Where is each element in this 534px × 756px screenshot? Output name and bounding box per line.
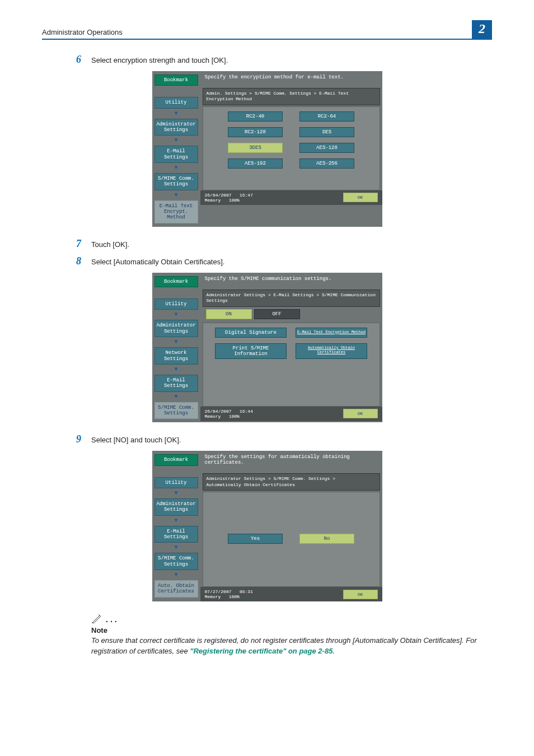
ok-button[interactable]: OK xyxy=(343,193,378,202)
option-digital-signature[interactable]: Digital Signature xyxy=(215,328,287,338)
option-email-text-encrypt[interactable]: E-Mail Text Encryption Method xyxy=(296,328,367,338)
step-text: Select [Automatically Obtain Certificate… xyxy=(91,255,224,267)
sidebar-item-smime-settings[interactable]: S/MIME Comm. Settings xyxy=(154,553,198,570)
note-heading: Note xyxy=(91,626,492,634)
option-des[interactable]: DES xyxy=(299,127,354,137)
instruction-text: Specify the S/MIME communication setting… xyxy=(200,273,382,290)
option-auto-obtain-certs[interactable]: Automatically Obtain Certificates xyxy=(296,343,367,359)
note-link[interactable]: "Registering the certificate" on page 2-… xyxy=(190,647,332,655)
sidebar-item-utility[interactable]: Utility xyxy=(154,97,198,108)
step-number: 8 xyxy=(42,255,81,267)
option-aes-256[interactable]: AES-256 xyxy=(299,158,354,169)
sidebar-item-utility[interactable]: Utility xyxy=(154,298,198,310)
option-rc2-40[interactable]: RC2-40 xyxy=(228,111,283,122)
ok-button[interactable]: OK xyxy=(343,409,378,418)
sidebar-item-auto-obtain-certs[interactable]: Auto. Obtain Certificates xyxy=(154,580,198,598)
option-rc2-64[interactable]: RC2-64 xyxy=(299,111,354,122)
sidebar-item-admin-settings[interactable]: Administrator Settings xyxy=(154,320,198,337)
note-body: To ensure that correct certificate is re… xyxy=(91,636,492,657)
footer-date-time: 26/04/2007 16:47 Memory 100% xyxy=(205,193,253,203)
step-text: Select encryption strength and touch [OK… xyxy=(91,54,228,66)
note-dots: ... xyxy=(106,615,119,624)
instruction-text: Specify the settings for automatically o… xyxy=(200,451,382,473)
chevron-down-icon: ▼ xyxy=(154,193,198,198)
sidebar-item-utility[interactable]: Utility xyxy=(154,477,198,488)
breadcrumb: Admin. Settings > S/MIME Comm. Settings … xyxy=(203,88,380,105)
chevron-down-icon: ▼ xyxy=(154,165,198,171)
step-text: Select [NO] and touch [OK]. xyxy=(91,433,181,445)
sidebar-item-email-settings[interactable]: E-Mail Settings xyxy=(154,375,198,392)
step-number: 9 xyxy=(42,433,81,445)
step-number: 6 xyxy=(42,54,81,66)
option-rc2-128[interactable]: RC2-128 xyxy=(228,127,283,137)
chevron-down-icon: ▼ xyxy=(154,572,198,578)
chevron-down-icon: ▼ xyxy=(154,312,198,318)
header-title: Administrator Operations xyxy=(42,28,123,36)
bookmark-button[interactable]: Bookmark xyxy=(154,74,198,86)
sidebar-item-smime-settings[interactable]: S/MIME Comm. Settings xyxy=(154,173,198,190)
option-aes-128[interactable]: AES-128 xyxy=(299,143,354,153)
chevron-down-icon: ▼ xyxy=(154,138,198,143)
footer-date-time: 26/04/2007 16:44 Memory 100% xyxy=(205,409,253,419)
sidebar-item-email-settings[interactable]: E-Mail Settings xyxy=(154,526,198,543)
chapter-number: 2 xyxy=(472,20,492,40)
bookmark-button[interactable]: Bookmark xyxy=(154,454,198,465)
bookmark-button[interactable]: Bookmark xyxy=(154,276,198,287)
sidebar-item-email-settings[interactable]: E-Mail Settings xyxy=(154,146,198,163)
footer-date-time: 07/27/2007 08:31 Memory 100% xyxy=(205,589,253,599)
chevron-down-icon: ▼ xyxy=(154,491,198,496)
chevron-down-icon: ▼ xyxy=(154,545,198,550)
chevron-down-icon: ▼ xyxy=(154,394,198,400)
sidebar-item-email-text-encrypt[interactable]: E-Mail Text Encrypt. Method xyxy=(154,200,198,223)
chevron-down-icon: ▼ xyxy=(154,518,198,524)
chevron-down-icon: ▼ xyxy=(154,367,198,372)
chevron-down-icon: ▼ xyxy=(154,111,198,116)
lcd-panel-encryption-method: Bookmark Utility ▼ Administrator Setting… xyxy=(152,71,382,227)
ok-button[interactable]: OK xyxy=(343,590,378,599)
breadcrumb: Administrator Settings > S/MIME Comm. Se… xyxy=(203,473,380,491)
lcd-panel-auto-obtain: Bookmark Utility ▼ Administrator Setting… xyxy=(152,451,382,601)
yes-button[interactable]: Yes xyxy=(228,534,283,544)
breadcrumb: Administrator Settings > E-Mail Settings… xyxy=(203,290,380,307)
sidebar-item-network-settings[interactable]: Network Settings xyxy=(154,347,198,365)
note-icon xyxy=(91,613,102,624)
option-3des[interactable]: 3DES xyxy=(228,143,283,153)
sidebar-item-admin-settings[interactable]: Administrator Settings xyxy=(154,119,198,136)
option-aes-192[interactable]: AES-192 xyxy=(228,158,283,169)
off-button[interactable]: OFF xyxy=(254,309,300,319)
chevron-down-icon: ▼ xyxy=(154,339,198,345)
instruction-text: Specify the encryption method for e-mail… xyxy=(200,71,382,88)
lcd-panel-smime-comm: Bookmark Utility ▼ Administrator Setting… xyxy=(152,273,382,422)
no-button[interactable]: No xyxy=(299,534,354,544)
step-number: 7 xyxy=(42,238,81,250)
on-button[interactable]: ON xyxy=(206,309,252,319)
sidebar-item-smime-comm[interactable]: S/MIME Comm. Settings xyxy=(154,402,198,419)
option-print-smime-info[interactable]: Print S/MIME Information xyxy=(215,343,287,359)
step-text: Touch [OK]. xyxy=(91,238,129,250)
sidebar-item-admin-settings[interactable]: Administrator Settings xyxy=(154,498,198,516)
